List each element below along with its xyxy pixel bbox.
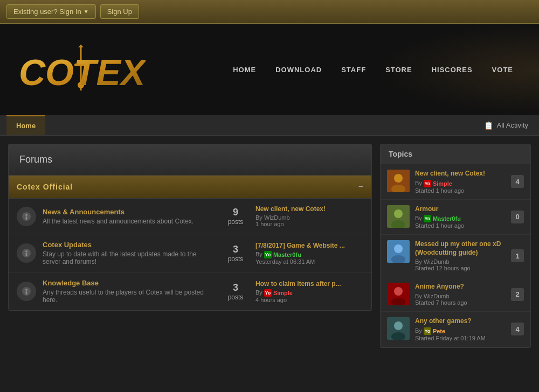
topics-panel: Topics New client, new Cotex! By Yo Simp… <box>380 144 531 348</box>
svg-rect-10 <box>26 253 27 256</box>
tab-bar: Home 📋 All Activity <box>0 115 539 136</box>
nav-store[interactable]: STORE <box>376 61 422 78</box>
forum-name-knowledge[interactable]: Knowledge Base <box>43 279 99 287</box>
main-nav: HOME DOWNLOAD STAFF STORE HISCORES VOTE <box>223 61 523 78</box>
topic-info-3: Anime Anyone? By WizDumb Started 7 hours… <box>415 283 506 306</box>
nav-vote[interactable]: VOTE <box>482 61 523 78</box>
forum-latest-title-news[interactable]: New client, new Cotex! <box>255 205 363 213</box>
forum-latest-by-updates: By Yo Master0fu <box>255 251 363 258</box>
topic-count-2: 1 <box>511 249 524 262</box>
topic-by-3: By WizDumb <box>415 293 506 299</box>
forum-name-updates[interactable]: Cotex Updates <box>43 241 92 249</box>
forum-latest-title-updates[interactable]: [7/8/2017] Game & Website ... <box>255 242 363 249</box>
topic-info-2: Messed up my other one xD (Woodcutting g… <box>415 240 506 271</box>
topic-time-0: Started 1 hour ago <box>415 187 506 194</box>
forum-post-count-knowledge: 3 <box>222 282 249 293</box>
topic-user-badge-0: Yo Simple <box>424 180 452 187</box>
forum-desc-updates: Stay up to date with all the latest upda… <box>43 250 216 265</box>
svg-rect-13 <box>26 291 27 295</box>
topic-time-1: Started 1 hour ago <box>415 222 506 229</box>
forum-latest-by-knowledge: By Yo Simple <box>255 289 363 297</box>
topic-item-0: New client, new Cotex! By Yo Simple Star… <box>381 164 530 200</box>
logo-svg: COTEX <box>16 45 146 93</box>
activity-link[interactable]: 📋 All Activity <box>480 117 533 134</box>
svg-point-9 <box>25 250 27 253</box>
forum-icon-knowledge <box>17 282 36 301</box>
topic-by-1: By Yo Master0fu <box>415 215 506 222</box>
nav-download[interactable]: DOWNLOAD <box>266 61 331 78</box>
topic-count-0: 4 <box>511 175 524 188</box>
topic-avatar-1 <box>387 205 410 228</box>
svg-point-18 <box>394 209 403 218</box>
topic-rank-icon-1: Yo <box>424 215 431 222</box>
topic-item-2: Messed up my other one xD (Woodcutting g… <box>381 235 530 277</box>
forum-post-count-news: 9 <box>222 207 249 218</box>
topic-title-2[interactable]: Messed up my other one xD (Woodcutting g… <box>415 240 506 257</box>
rank-icon-master0fu: Yo <box>264 251 272 258</box>
forum-latest-knowledge: How to claim items after p... By Yo Simp… <box>255 280 363 303</box>
topic-username-0[interactable]: Simple <box>433 180 452 187</box>
signin-button[interactable]: Existing user? Sign In ▼ <box>6 4 96 19</box>
topic-user-badge-4: Yo Pete <box>424 327 445 335</box>
forum-latest-title-knowledge[interactable]: How to claim items after p... <box>255 280 363 288</box>
forum-desc-news: All the latest news and announcements ab… <box>43 218 216 225</box>
forums-section: Forums Cotex Official − News & Announcem… <box>8 144 372 311</box>
signin-label: Existing user? Sign In <box>13 8 81 16</box>
topic-time-3: Started 7 hours ago <box>415 299 506 306</box>
nav-hiscores[interactable]: HISCORES <box>422 61 482 78</box>
topic-avatar-4 <box>387 317 410 340</box>
svg-point-12 <box>25 289 27 291</box>
topic-by-0: By Yo Simple <box>415 180 506 187</box>
forum-stats-news: 9 posts <box>222 207 249 226</box>
nav-staff[interactable]: STAFF <box>331 61 376 78</box>
forum-post-label-news: posts <box>222 218 249 226</box>
forum-latest-time-news: 1 hour ago <box>255 221 363 227</box>
forum-latest-time-knowledge: 4 hours ago <box>255 297 363 303</box>
forum-icon-news <box>17 207 36 226</box>
nav-home[interactable]: HOME <box>223 61 266 78</box>
logo-area: COTEX <box>16 45 146 95</box>
svg-marker-1 <box>78 45 84 47</box>
topic-username-4[interactable]: Pete <box>433 328 445 334</box>
forum-latest-by-news: By WizDumb <box>255 214 363 221</box>
topic-title-4[interactable]: Any other games? <box>415 317 506 326</box>
username-master0fu[interactable]: Master0fu <box>273 251 301 258</box>
forum-item-news: News & Announcements All the latest news… <box>9 199 371 234</box>
svg-point-15 <box>394 174 403 183</box>
forum-item-updates: Cotex Updates Stay up to date with all t… <box>9 234 371 272</box>
site-header: COTEX HOME DOWNLOAD STAFF STORE HISCORES… <box>0 24 539 115</box>
topic-item-3: Anime Anyone? By WizDumb Started 7 hours… <box>381 277 530 312</box>
svg-point-21 <box>394 244 403 253</box>
topic-rank-icon-4: Yo <box>424 327 431 335</box>
forum-info-news: News & Announcements All the latest news… <box>43 208 216 225</box>
forum-latest-news: New client, new Cotex! By WizDumb 1 hour… <box>255 205 363 227</box>
topic-time-4: Started Friday at 01:19 AM <box>415 335 506 341</box>
topic-title-1[interactable]: Armour <box>415 205 506 214</box>
topic-username-1[interactable]: Master0fu <box>433 215 461 222</box>
topic-item-4: Any other games? By Yo Pete Started Frid… <box>381 312 530 347</box>
forum-latest-time-updates: Yesterday at 06:31 AM <box>255 258 363 265</box>
svg-point-27 <box>394 321 403 330</box>
topic-title-3[interactable]: Anime Anyone? <box>415 283 506 291</box>
topic-time-2: Started 12 hours ago <box>415 265 506 271</box>
forum-post-count-updates: 3 <box>222 244 249 255</box>
forum-info-updates: Cotex Updates Stay up to date with all t… <box>43 241 216 265</box>
topic-title-0[interactable]: New client, new Cotex! <box>415 170 506 178</box>
forum-latest-updates: [7/8/2017] Game & Website ... By Yo Mast… <box>255 242 363 265</box>
topic-count-4: 4 <box>511 323 524 335</box>
topic-info-0: New client, new Cotex! By Yo Simple Star… <box>415 170 506 194</box>
signup-button[interactable]: Sign Up <box>100 4 139 19</box>
forum-info-knowledge: Knowledge Base Any threads useful to the… <box>43 279 216 304</box>
top-bar: Existing user? Sign In ▼ Sign Up <box>0 0 539 24</box>
forum-desc-knowledge: Any threads useful to the players of Cot… <box>43 289 216 304</box>
topic-avatar-3 <box>387 283 410 305</box>
forum-stats-updates: 3 posts <box>222 244 249 263</box>
forum-name-news[interactable]: News & Announcements <box>43 208 125 216</box>
forums-title: Forums <box>9 144 371 176</box>
svg-rect-7 <box>26 216 27 220</box>
forum-post-label-updates: posts <box>222 255 249 263</box>
tab-home[interactable]: Home <box>6 115 45 135</box>
username-simple[interactable]: Simple <box>273 290 293 296</box>
collapse-button[interactable]: − <box>358 182 363 192</box>
rank-icon-simple: Yo <box>264 289 272 297</box>
